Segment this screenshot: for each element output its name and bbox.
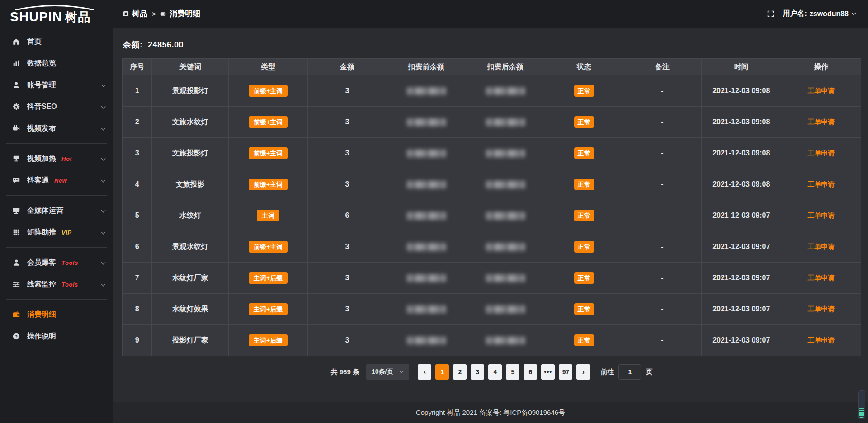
page-button[interactable]: 6 <box>524 364 537 380</box>
scroll-widget[interactable] <box>858 390 865 419</box>
sidebar-item-account[interactable]: 账号管理 <box>0 74 113 96</box>
menu-divider <box>6 247 107 248</box>
page-button[interactable]: 1 <box>435 364 449 380</box>
prev-page-button[interactable]: ‹ <box>418 364 431 380</box>
header-time: 时间 <box>702 59 781 75</box>
page-size-select[interactable]: 10条/页 <box>366 364 409 380</box>
sidebar-item-matrix-boost[interactable]: 矩阵助推 VIP <box>0 221 113 243</box>
cell-index: 7 <box>123 263 152 294</box>
table-row: 1 景观投影灯 前缀+主词 3 正常 - 2021-12-03 09:08 工单… <box>123 75 861 107</box>
sidebar-item-member-burst[interactable]: 会员爆客 Tools <box>0 252 113 273</box>
header-keyword: 关键词 <box>152 59 229 75</box>
wallet-icon <box>12 310 21 319</box>
cell-type: 主词+后缀 <box>229 263 308 294</box>
cell-keyword: 文旅水纹灯 <box>152 107 229 138</box>
header-action: 操作 <box>781 59 861 75</box>
cell-post-balance <box>466 294 545 325</box>
work-order-link[interactable]: 工单申请 <box>807 274 835 282</box>
app-root: SHUPIN树品 首页 数据总览 账号管理 <box>0 0 868 423</box>
chevron-down-icon <box>101 176 106 184</box>
user-menu[interactable]: 用户名: zswodun88 <box>783 9 856 19</box>
header-pre-balance: 扣费前余额 <box>387 59 466 75</box>
work-order-link[interactable]: 工单申请 <box>807 87 835 94</box>
chat-bubble-icon <box>12 176 21 185</box>
page-button[interactable]: 2 <box>453 364 467 380</box>
work-order-link[interactable]: 工单申请 <box>807 305 835 313</box>
cell-amount: 3 <box>308 107 387 138</box>
bar-chart-icon <box>12 59 21 68</box>
pages-ellipsis[interactable]: ••• <box>541 364 555 380</box>
sidebar-item-omni-media[interactable]: 全媒体运营 <box>0 200 113 221</box>
breadcrumb-separator: > <box>152 10 156 18</box>
page-button[interactable]: 97 <box>559 364 572 380</box>
topbar: 树品 > 消费明细 用户名: zswodun88 <box>113 0 868 28</box>
sidebar-item-douyin-seo[interactable]: 抖音SEO <box>0 96 113 118</box>
cell-index: 3 <box>123 138 152 169</box>
sidebar-menu: 首页 数据总览 账号管理 抖音SEO <box>0 28 113 423</box>
cell-index: 5 <box>123 200 152 231</box>
balance-label: 余额: <box>123 40 143 49</box>
cell-status: 正常 <box>545 138 623 169</box>
grid-icon <box>12 228 21 237</box>
chevron-down-icon <box>399 371 404 373</box>
cell-pre-balance <box>387 138 466 169</box>
header-remark: 备注 <box>623 59 701 75</box>
sidebar-item-label: 线索监控 <box>27 280 56 289</box>
redacted-balance <box>486 337 525 344</box>
chevron-down-icon <box>101 280 106 288</box>
page-button[interactable]: 4 <box>488 364 502 380</box>
redacted-balance <box>486 306 525 313</box>
page-button[interactable]: 3 <box>471 364 484 380</box>
sidebar-item-instructions[interactable]: ? 操作说明 <box>0 325 113 347</box>
sidebar-item-label: 首页 <box>27 37 42 47</box>
redacted-balance <box>407 243 446 251</box>
work-order-link[interactable]: 工单申请 <box>807 336 835 344</box>
cell-remark: - <box>623 231 701 263</box>
menu-divider <box>6 143 107 144</box>
cell-pre-balance <box>387 169 466 200</box>
copyright-text: Copyright 树品 2021 备案号: 粤ICP备09019646号 <box>416 409 565 417</box>
work-order-link[interactable]: 工单申请 <box>807 118 835 126</box>
sidebar-item-doketong[interactable]: 抖客通 New <box>0 169 113 191</box>
goto-page-input[interactable] <box>618 364 641 380</box>
goto-suffix: 页 <box>646 368 652 376</box>
sidebar-item-video-heat[interactable]: 视频加热 Hot <box>0 148 113 169</box>
cell-time: 2021-12-03 09:07 <box>702 200 781 231</box>
redacted-balance <box>486 274 525 282</box>
sidebar-item-consumption-detail[interactable]: 消费明细 <box>0 304 113 325</box>
work-order-link[interactable]: 工单申请 <box>807 149 835 157</box>
cell-remark: - <box>623 263 701 294</box>
cell-index: 6 <box>123 231 152 263</box>
cell-type: 前缀+主词 <box>229 75 308 107</box>
work-order-link[interactable]: 工单申请 <box>807 243 835 250</box>
status-badge: 正常 <box>574 179 594 190</box>
cell-keyword: 水纹灯 <box>152 200 229 231</box>
scroll-widget-stripes <box>859 408 864 418</box>
breadcrumb-home[interactable]: 树品 <box>123 9 147 19</box>
status-badge: 正常 <box>574 272 594 284</box>
type-badge: 主词+后缀 <box>249 334 288 346</box>
cell-status: 正常 <box>545 263 623 294</box>
next-page-button[interactable]: › <box>576 364 590 380</box>
page-size-value: 10条/页 <box>372 368 393 376</box>
work-order-link[interactable]: 工单申请 <box>807 180 835 188</box>
sidebar-item-data-overview[interactable]: 数据总览 <box>0 52 113 74</box>
cell-pre-balance <box>387 200 466 231</box>
sidebar-item-video-publish[interactable]: 视频发布 <box>0 118 113 139</box>
sidebar-item-home[interactable]: 首页 <box>0 31 113 52</box>
cell-pre-balance <box>387 231 466 263</box>
cell-amount: 3 <box>308 294 387 325</box>
person-icon <box>12 258 21 267</box>
sidebar-item-label: 抖客通 <box>27 176 49 185</box>
fullscreen-icon[interactable] <box>767 10 774 18</box>
type-badge: 主词+后缀 <box>249 303 288 315</box>
page-button[interactable]: 5 <box>506 364 519 380</box>
work-order-link[interactable]: 工单申请 <box>807 212 835 219</box>
sidebar-item-label: 视频发布 <box>27 124 56 133</box>
cell-post-balance <box>466 75 545 107</box>
sidebar-item-lead-monitor[interactable]: 线索监控 Tools <box>0 273 113 295</box>
sidebar-item-label: 数据总览 <box>27 59 56 68</box>
cell-keyword: 文旅投影灯 <box>152 138 229 169</box>
cell-type: 前缀+主词 <box>229 169 308 200</box>
cell-index: 9 <box>123 325 152 356</box>
